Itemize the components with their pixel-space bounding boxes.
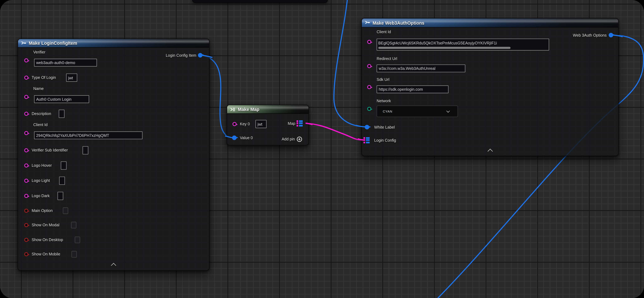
pin-logo-light[interactable] xyxy=(24,178,28,183)
pin-client-id[interactable] xyxy=(367,40,371,44)
name-input[interactable] xyxy=(34,95,89,103)
network-dropdown[interactable]: CYAN xyxy=(376,106,458,117)
pin-logo-hover[interactable] xyxy=(24,164,28,168)
field-hscrollbar[interactable] xyxy=(378,47,510,49)
pin-label-client-id: Client Id xyxy=(376,30,391,34)
pin-label-client-id: Client Id xyxy=(33,122,48,127)
pin-label-show-on-modal: Show On Modal xyxy=(32,222,60,228)
node-make-login-config-item: Make LoginConfigItem Login Config Item V… xyxy=(18,39,210,271)
collapse-chevron-icon[interactable] xyxy=(110,262,116,267)
pin-label-map: Map xyxy=(288,121,295,126)
pin-verifier[interactable] xyxy=(24,58,28,62)
pin-description[interactable] xyxy=(24,112,28,116)
pin-white-label[interactable] xyxy=(365,125,369,129)
pin-label-logo-hover: Logo Hover xyxy=(32,163,52,168)
pin-client-id[interactable] xyxy=(24,131,28,135)
pin-label-logo-light: Logo Light xyxy=(32,178,50,183)
verifier-sub-identifier-input[interactable] xyxy=(82,146,88,154)
show-on-modal-checkbox[interactable] xyxy=(71,222,76,228)
pin-label-type-of-login: Type Of Login xyxy=(32,75,56,80)
show-on-desktop-checkbox[interactable] xyxy=(75,236,80,243)
pin-logo-dark[interactable] xyxy=(24,194,28,198)
pin-login-config[interactable] xyxy=(364,137,370,143)
verifier-input[interactable] xyxy=(34,59,97,66)
pin-label-name: Name xyxy=(33,86,44,91)
sdk-url-input[interactable] xyxy=(376,86,448,93)
pin-show-on-mobile[interactable] xyxy=(24,252,28,256)
pin-label-white-label: White Label xyxy=(374,125,395,130)
pin-value-0[interactable] xyxy=(232,136,236,140)
graph-canvas[interactable]: Make LoginConfigItem Login Config Item V… xyxy=(0,0,644,298)
node-make-web3auth-options: Make Web3AuthOptions Web 3Auth Options C… xyxy=(362,18,618,156)
description-input[interactable] xyxy=(59,110,64,118)
pin-label-network: Network xyxy=(376,98,391,104)
wire-into-white-label[interactable] xyxy=(334,0,366,127)
pin-label-key-0: Key 0 xyxy=(240,122,250,126)
client-id-input[interactable] xyxy=(34,132,142,139)
pin-label-verifier: Verifier xyxy=(33,50,45,55)
pin-label-main-option: Main Option xyxy=(32,208,53,213)
pin-verifier-sub-identifier[interactable] xyxy=(24,148,28,152)
node-title: Make LoginConfigItem xyxy=(29,41,77,46)
pin-main-option[interactable] xyxy=(24,209,28,213)
collapse-chevron-icon[interactable] xyxy=(487,148,493,153)
blueprint-editor: Make LoginConfigItem Login Config Item V… xyxy=(0,0,644,298)
make-struct-icon xyxy=(365,20,370,25)
node-header-make-login-config-item[interactable]: Make LoginConfigItem xyxy=(18,39,209,48)
node-title: Make Web3AuthOptions xyxy=(372,20,424,25)
pin-label-logo-dark: Logo Dark xyxy=(32,194,50,198)
pin-key-0[interactable] xyxy=(232,122,236,126)
logo-dark-input[interactable] xyxy=(58,192,63,200)
chevron-down-icon xyxy=(446,109,450,112)
pin-show-on-modal[interactable] xyxy=(24,223,28,227)
pin-show-on-desktop[interactable] xyxy=(24,238,28,242)
type-of-login-input[interactable] xyxy=(66,74,77,82)
pin-label-login-config-item: Login Config Item xyxy=(166,53,196,58)
pin-label-show-on-mobile: Show On Mobile xyxy=(32,252,60,257)
pin-name[interactable] xyxy=(24,95,28,99)
add-pin-label: Add pin xyxy=(282,137,295,142)
node-header-make-web3auth-options[interactable]: Make Web3AuthOptions xyxy=(362,18,618,28)
pin-label-web3auth-options: Web 3Auth Options xyxy=(573,33,607,38)
pin-label-description: Description xyxy=(32,111,51,116)
offscreen-node-fragment[interactable] xyxy=(192,0,328,3)
show-on-mobile-checkbox[interactable] xyxy=(72,251,77,258)
pin-label-value-0: Value 0 xyxy=(240,136,253,140)
node-header-make-map[interactable]: Make Map xyxy=(227,105,308,114)
node-title: Make Map xyxy=(238,107,260,112)
pin-label-login-config: Login Config xyxy=(374,138,396,143)
make-map-icon xyxy=(230,107,235,112)
node-make-map: Make Map Key 0 Map Value 0 Add pin xyxy=(227,105,309,146)
pin-login-config-item-output[interactable] xyxy=(198,53,202,58)
pin-sdk-url[interactable] xyxy=(367,85,371,89)
pin-label-verifier-sub-identifier: Verifier Sub Identifier xyxy=(32,148,68,153)
make-struct-icon xyxy=(21,41,26,45)
pin-redirect-url[interactable] xyxy=(367,64,371,68)
logo-light-input[interactable] xyxy=(59,176,65,185)
pin-label-show-on-desktop: Show On Desktop xyxy=(32,237,63,242)
client-id-input[interactable] xyxy=(377,39,549,46)
redirect-url-input[interactable] xyxy=(376,64,465,72)
key-0-input[interactable] xyxy=(256,120,266,128)
pin-type-of-login[interactable] xyxy=(24,76,28,80)
pin-map-output[interactable] xyxy=(296,120,303,126)
pin-web3auth-options-output[interactable] xyxy=(608,33,613,38)
main-option-checkbox[interactable] xyxy=(63,208,68,214)
logo-hover-input[interactable] xyxy=(61,162,66,170)
pin-network[interactable] xyxy=(367,107,371,111)
client-id-field[interactable] xyxy=(376,39,549,50)
pin-label-sdk-url: Sdk Url xyxy=(376,77,389,82)
pin-label-redirect-url: Redirect Url xyxy=(376,56,397,61)
network-dropdown-value: CYAN xyxy=(377,110,447,113)
add-pin-button[interactable] xyxy=(296,136,302,142)
